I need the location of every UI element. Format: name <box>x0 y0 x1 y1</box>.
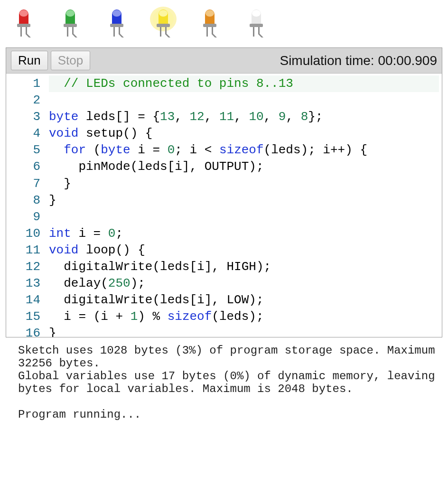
toolbar: Run Stop Simulation time: 00:00.909 <box>6 48 442 73</box>
led-green-icon <box>56 6 84 40</box>
code-line[interactable]: digitalWrite(leds[i], HIGH); <box>49 259 439 275</box>
code-line[interactable]: delay(250); <box>49 275 439 292</box>
code-line[interactable]: for (byte i = 0; i < sizeof(leds); i++) … <box>49 142 439 159</box>
code-line[interactable]: digitalWrite(leds[i], LOW); <box>49 292 439 308</box>
stop-button[interactable]: Stop <box>51 51 91 70</box>
svg-rect-13 <box>160 27 161 37</box>
svg-point-0 <box>19 10 28 17</box>
code-line[interactable]: int i = 0; <box>49 225 439 242</box>
svg-point-14 <box>205 10 214 17</box>
svg-rect-5 <box>67 27 68 37</box>
compile-output: Sketch uses 1028 bytes (3%) of program s… <box>6 337 442 421</box>
simulation-time: Simulation time: 00:00.909 <box>280 53 437 68</box>
svg-point-3 <box>66 10 75 17</box>
led-blue-icon <box>103 6 131 40</box>
code-area[interactable]: // LEDs connected to pins 8..13byte leds… <box>49 74 442 337</box>
simulator-panel: Run Stop Simulation time: 00:00.909 1234… <box>6 47 442 337</box>
led-yellow-icon <box>149 6 177 40</box>
svg-point-11 <box>159 10 168 17</box>
code-line[interactable] <box>49 209 439 225</box>
svg-rect-18 <box>250 24 263 27</box>
line-gutter: 12345678910111213141516 <box>6 74 49 337</box>
code-line[interactable]: void loop() { <box>49 242 439 259</box>
code-line[interactable]: pinMode(leds[i], OUTPUT); <box>49 159 439 175</box>
led-orange-icon <box>196 6 224 40</box>
code-line[interactable]: i = (i + 1) % sizeof(leds); <box>49 308 439 325</box>
simulation-time-value: 00:00.909 <box>378 53 437 68</box>
code-line[interactable]: byte leds[] = {13, 12, 11, 10, 9, 8}; <box>49 109 439 125</box>
svg-rect-2 <box>20 27 22 37</box>
simulation-time-label: Simulation time: <box>280 53 378 68</box>
code-line[interactable]: } <box>49 176 439 192</box>
code-line[interactable]: } <box>49 325 439 337</box>
svg-rect-16 <box>206 27 208 37</box>
svg-rect-1 <box>17 24 30 27</box>
run-button[interactable]: Run <box>11 51 48 70</box>
svg-rect-7 <box>110 24 123 27</box>
code-line[interactable]: // LEDs connected to pins 8..13 <box>49 75 439 92</box>
led-red-icon <box>9 6 38 40</box>
code-line[interactable]: } <box>49 192 439 209</box>
led-white-icon <box>242 6 271 40</box>
svg-rect-15 <box>203 24 216 27</box>
code-line[interactable]: void setup() { <box>49 125 439 142</box>
svg-rect-8 <box>113 27 115 37</box>
led-strip <box>6 6 442 47</box>
svg-rect-19 <box>253 27 254 37</box>
svg-point-6 <box>112 10 121 17</box>
svg-rect-4 <box>64 24 77 27</box>
code-line[interactable] <box>49 92 439 109</box>
svg-rect-12 <box>157 24 170 27</box>
svg-point-17 <box>252 10 261 17</box>
code-editor[interactable]: 12345678910111213141516 // LEDs connecte… <box>6 73 442 337</box>
